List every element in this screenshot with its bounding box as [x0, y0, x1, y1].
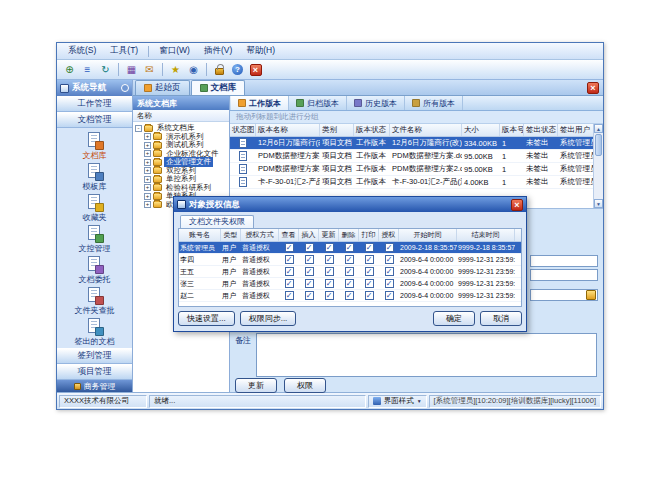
new-icon[interactable]: ⊕ — [61, 62, 78, 78]
expander-icon[interactable]: + — [144, 184, 151, 191]
checkbox-checked[interactable]: ✓ — [305, 243, 314, 252]
checkbox-checked[interactable]: ✓ — [385, 279, 394, 288]
checkbox-checked[interactable]: ✓ — [325, 279, 334, 288]
checkbox-checked[interactable]: ✓ — [345, 243, 354, 252]
column-header[interactable]: 状态图 — [230, 124, 256, 136]
permission-row[interactable]: 赵二用户普通授权✓✓✓✓✓✓2009-6-4 0:00:009999-12-31… — [179, 290, 521, 302]
tab-start[interactable]: 起始页 — [135, 80, 190, 95]
checkbox-checked[interactable]: ✓ — [285, 279, 294, 288]
menu-item-tools[interactable]: 工具(T) — [103, 44, 145, 58]
column-header[interactable]: 授权方式 — [241, 229, 279, 241]
column-header[interactable]: 删除 — [339, 229, 359, 241]
checkbox-checked[interactable]: ✓ — [305, 255, 314, 264]
column-header[interactable]: 类别 — [320, 124, 354, 136]
expander-icon[interactable]: + — [144, 201, 151, 208]
checkbox-checked[interactable]: ✓ — [385, 243, 394, 252]
expander-icon[interactable]: + — [144, 142, 151, 149]
expander-icon[interactable]: - — [135, 125, 142, 132]
sidebar-item-template-library[interactable]: 模板库 — [57, 162, 132, 193]
checkbox-checked[interactable]: ✓ — [365, 279, 374, 288]
checkbox-checked[interactable]: ✓ — [345, 255, 354, 264]
version-tab-history[interactable]: 历史版本 — [347, 96, 405, 110]
favorite-icon[interactable]: ★ — [167, 62, 184, 78]
checkbox-checked[interactable]: ✓ — [285, 267, 294, 276]
version-tab-working[interactable]: 工作版本 — [231, 96, 289, 110]
remark-textarea[interactable] — [256, 333, 597, 377]
permission-sync-button[interactable]: 权限同步... — [240, 311, 297, 326]
scroll-up-icon[interactable]: ▲ — [594, 124, 603, 133]
nav-group-project[interactable]: 项目管理 — [57, 364, 132, 380]
checkbox-checked[interactable]: ✓ — [305, 291, 314, 300]
view-icon[interactable]: ≡ — [79, 62, 96, 78]
column-header[interactable]: 版本号 — [500, 124, 524, 136]
column-header[interactable]: 版本状态 — [354, 124, 390, 136]
help-icon[interactable]: ? — [229, 62, 246, 78]
column-header[interactable]: 更新 — [319, 229, 339, 241]
expander-icon[interactable]: + — [144, 176, 151, 183]
permission-button[interactable]: 权限 — [284, 378, 326, 393]
lock-icon[interactable] — [211, 62, 228, 78]
sidebar-item-doc-delegation[interactable]: 文档委托 — [57, 255, 132, 286]
checkbox-checked[interactable]: ✓ — [325, 267, 334, 276]
form-field-1[interactable] — [530, 255, 598, 267]
checkbox-checked[interactable]: ✓ — [305, 279, 314, 288]
ui-style-selector[interactable]: 界面样式 ▼ — [368, 395, 427, 408]
sidebar-item-document-library[interactable]: 文档库 — [57, 131, 132, 162]
table-row[interactable]: PDM数据整理方案2.doc项目文档工作版本PDM数据整理方案2.doc95.0… — [230, 163, 596, 176]
version-tab-archived[interactable]: 归档版本 — [289, 96, 347, 110]
column-header[interactable]: 版本名称 — [256, 124, 320, 136]
tree-column-header[interactable]: 名称 — [133, 110, 229, 122]
menu-item-help[interactable]: 帮助(H) — [239, 44, 282, 58]
column-header[interactable]: 查看 — [279, 229, 299, 241]
table-row[interactable]: PDM数据整理方案.doc项目文档工作版本PDM数据整理方案.doc95.00K… — [230, 150, 596, 163]
checkbox-checked[interactable]: ✓ — [365, 255, 374, 264]
checkbox-checked[interactable]: ✓ — [385, 291, 394, 300]
version-tab-all[interactable]: 所有版本 — [405, 96, 463, 110]
update-button[interactable]: 更新 — [235, 378, 277, 393]
scroll-down-icon[interactable]: ▼ — [594, 199, 603, 208]
cancel-button[interactable]: 取消 — [480, 311, 522, 326]
column-header[interactable]: 账号名 — [179, 229, 221, 241]
browse-folder-icon[interactable] — [586, 290, 596, 300]
dialog-titlebar[interactable]: 对象授权信息 × — [174, 197, 526, 212]
exit-icon[interactable]: × — [247, 62, 264, 78]
dialog-close-icon[interactable]: × — [511, 199, 523, 211]
mail-icon[interactable]: ✉ — [141, 62, 158, 78]
sidebar-item-doc-control[interactable]: 文控管理 — [57, 224, 132, 255]
column-header[interactable]: 打印 — [359, 229, 379, 241]
report-icon[interactable]: ▦ — [123, 62, 140, 78]
nav-group-work[interactable]: 工作管理 — [57, 96, 132, 112]
checkbox-checked[interactable]: ✓ — [285, 291, 294, 300]
nav-group-checkin[interactable]: 签到管理 — [57, 348, 132, 364]
sidebar-item-checked-out[interactable]: 签出的文档 — [57, 317, 132, 348]
refresh-icon[interactable]: ↻ — [97, 62, 114, 78]
expander-icon[interactable]: + — [144, 193, 151, 200]
checkbox-checked[interactable]: ✓ — [385, 255, 394, 264]
checkbox-checked[interactable]: ✓ — [285, 243, 294, 252]
checkbox-checked[interactable]: ✓ — [305, 267, 314, 276]
checkbox-checked[interactable]: ✓ — [345, 291, 354, 300]
search-icon[interactable]: ◉ — [185, 62, 202, 78]
permission-row[interactable]: 王五用户普通授权✓✓✓✓✓✓2009-6-4 0:00:009999-12-31… — [179, 266, 521, 278]
menu-item-plugins[interactable]: 插件(V) — [197, 44, 239, 58]
expander-icon[interactable]: + — [144, 133, 151, 140]
table-row[interactable]: 卡-F-30-01汇2-产品(汇2).doc项目文档工作版本卡-F-30-01汇… — [230, 176, 596, 189]
checkbox-checked[interactable]: ✓ — [345, 267, 354, 276]
column-header[interactable]: 签出用户 — [558, 124, 596, 136]
sidebar-item-folder-review[interactable]: 文件夹查批 — [57, 286, 132, 317]
permission-row[interactable]: 张三用户普通授权✓✓✓✓✓✓2009-6-4 0:00:009999-12-31… — [179, 278, 521, 290]
sidebar-item-favorites[interactable]: 收藏夹 — [57, 193, 132, 224]
checkbox-checked[interactable]: ✓ — [325, 291, 334, 300]
expander-icon[interactable]: + — [144, 159, 151, 166]
checkbox-checked[interactable]: ✓ — [325, 243, 334, 252]
table-row[interactable]: 12月6日万隆商行(改).xls项目文档工作版本12月6日万隆商行(改).xls… — [230, 137, 596, 150]
column-header[interactable]: 开始时间 — [399, 229, 457, 241]
permission-row[interactable]: 系统管理员用户普通授权✓✓✓✓✓✓2009-2-18 8:35:579999-2… — [179, 242, 521, 254]
checkbox-checked[interactable]: ✓ — [325, 255, 334, 264]
tab-doclib[interactable]: 文档库 — [191, 80, 246, 95]
checkbox-checked[interactable]: ✓ — [345, 279, 354, 288]
expander-icon[interactable]: + — [144, 150, 151, 157]
table-scrollbar[interactable]: ▲ ▼ — [593, 124, 603, 208]
checkbox-checked[interactable]: ✓ — [285, 255, 294, 264]
ok-button[interactable]: 确定 — [433, 311, 475, 326]
